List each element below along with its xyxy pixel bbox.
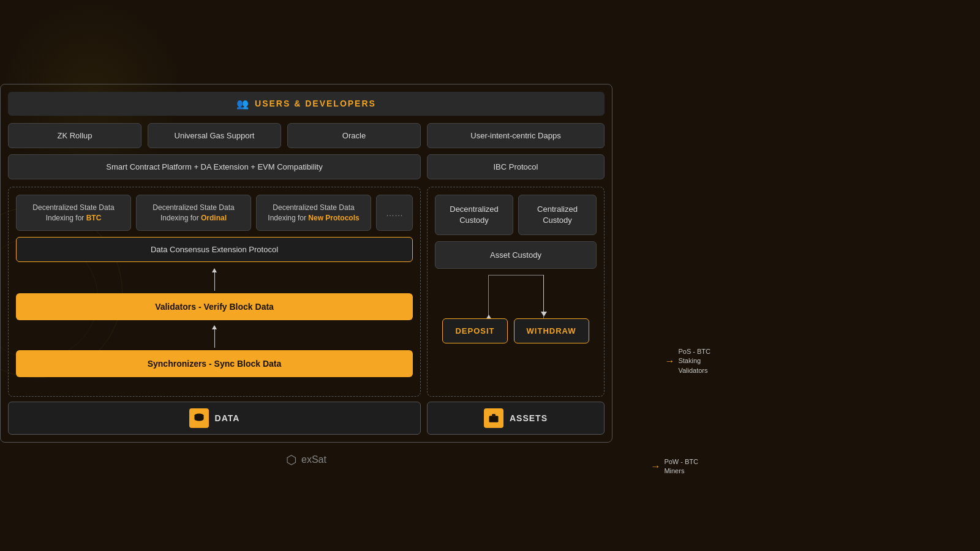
right-flow-area: DEPOSIT WITHDRAW <box>435 275 597 354</box>
assets-label-area: ASSETS <box>427 402 605 435</box>
universal-gas-label: Universal Gas Support <box>175 131 255 140</box>
zk-rollup-label: ZK Rollup <box>57 131 92 140</box>
footer-logo-icon: ⬡ <box>286 452 296 467</box>
consensus-box: Data Consensus Extension Protocol <box>16 237 413 262</box>
decentralized-custody-box: Decentralized Custody <box>435 195 513 235</box>
footer: ⬡ exSat <box>0 452 612 467</box>
users-developers-header: 👥 USERS & DEVELOPERS <box>8 92 605 116</box>
top-right-box: User-intent-centric Dapps <box>427 123 605 148</box>
indexing-dots: …… <box>376 195 413 231</box>
asset-custody-label: Asset Custody <box>490 250 541 260</box>
users-header-title: USERS & DEVELOPERS <box>255 99 376 108</box>
indexing-row: Decentralized State Data Indexing for BT… <box>16 195 413 231</box>
centralized-custody-label: Centralized Custody <box>537 204 578 225</box>
top-row: ZK Rollup Universal Gas Support Oracle U… <box>8 123 605 148</box>
indexing-ordinal: Decentralized State Data Indexing for Or… <box>136 195 251 231</box>
users-icon: 👥 <box>236 98 249 110</box>
oracle-label: Oracle <box>342 131 366 140</box>
deposit-button[interactable]: DEPOSIT <box>442 318 507 343</box>
pow-btc-label: → PoW - BTC Miners <box>650 457 698 476</box>
smart-contract-box: Smart Contract Platform + DA Extension +… <box>8 154 421 179</box>
indexing-btc: Decentralized State Data Indexing for BT… <box>16 195 131 231</box>
data-label-area: DATA <box>8 402 421 435</box>
bottom-labels: DATA ASSETS <box>8 402 605 435</box>
assets-label-text: ASSETS <box>510 413 548 423</box>
custody-row: Decentralized Custody Centralized Custod… <box>435 195 597 235</box>
universal-gas-box: Universal Gas Support <box>148 123 281 148</box>
data-icon <box>189 408 209 428</box>
asset-custody-box: Asset Custody <box>435 241 597 269</box>
smart-contract-label: Smart Contract Platform + DA Extension +… <box>8 154 421 179</box>
pos-btc-label: → PoS - BTC Staking Validators <box>665 347 710 375</box>
user-intent-box: User-intent-centric Dapps <box>427 123 605 148</box>
ibc-box: IBC Protocol <box>427 154 605 179</box>
footer-text: exSat <box>301 454 326 465</box>
arr-down-with <box>541 275 547 317</box>
withdraw-button[interactable]: WITHDRAW <box>514 318 589 343</box>
v-line-left <box>488 275 489 319</box>
svg-rect-1 <box>489 416 498 422</box>
ibc-label: IBC Protocol <box>427 154 605 179</box>
second-row: Smart Contract Platform + DA Extension +… <box>8 154 605 179</box>
assets-icon <box>484 408 503 428</box>
indexing-new-protocols: Decentralized State Data Indexing for Ne… <box>256 195 371 231</box>
assets-label-box: ASSETS <box>427 402 605 435</box>
h-line-top <box>488 275 543 276</box>
centralized-custody-box: Centralized Custody <box>518 195 597 235</box>
content-area: Decentralized State Data Indexing for BT… <box>8 187 605 397</box>
zk-rollup-box: ZK Rollup <box>8 123 141 148</box>
oracle-box: Oracle <box>287 123 421 148</box>
deposit-withdraw-row: DEPOSIT WITHDRAW <box>435 318 597 343</box>
right-section: Decentralized Custody Centralized Custod… <box>427 187 605 397</box>
user-intent-label: User-intent-centric Dapps <box>470 131 560 140</box>
right-spacer <box>435 354 597 389</box>
synchronizers-bar: Synchronizers - Sync Block Data <box>16 350 413 377</box>
data-label-text: DATA <box>215 413 240 423</box>
left-section: Decentralized State Data Indexing for BT… <box>8 187 421 397</box>
decentralized-custody-label: Decentralized Custody <box>450 204 499 225</box>
arrow-up-1 <box>16 268 413 291</box>
top-left-boxes: ZK Rollup Universal Gas Support Oracle <box>8 123 421 148</box>
validators-bar: Validators - Verify Block Data <box>16 293 413 320</box>
arrow-up-2 <box>16 325 413 348</box>
data-label-box: DATA <box>8 402 421 435</box>
consensus-label: Data Consensus Extension Protocol <box>151 245 278 254</box>
